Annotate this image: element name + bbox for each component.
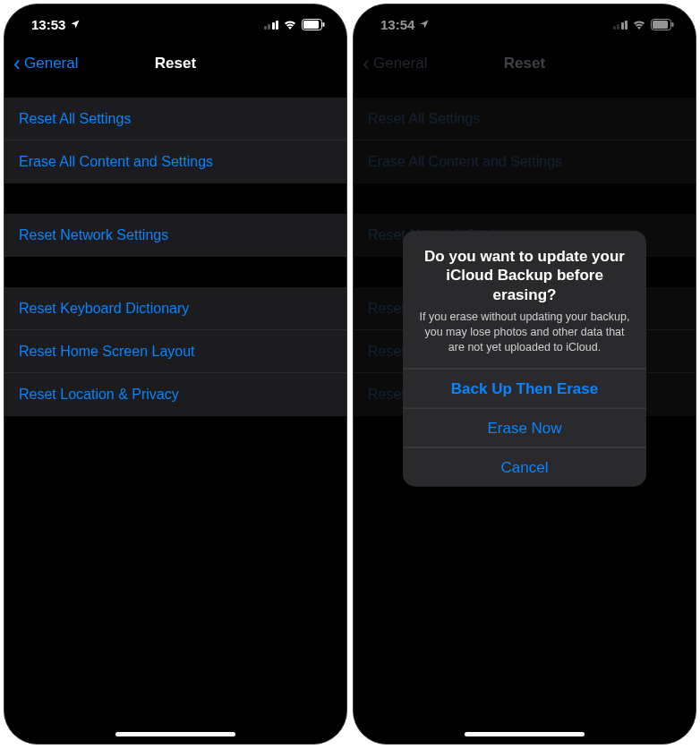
chevron-left-icon: ‹ <box>363 53 370 74</box>
nav-title: Reset <box>504 55 545 72</box>
reset-keyboard-dictionary[interactable]: Reset Keyboard Dictionary <box>4 287 346 330</box>
battery-icon <box>302 19 325 30</box>
status-time: 13:53 <box>31 17 65 32</box>
wifi-icon <box>283 19 297 30</box>
status-bar: 13:53 <box>4 4 346 44</box>
nav-bar: ‹ General Reset <box>4 44 346 83</box>
location-icon <box>419 19 430 30</box>
status-left: 13:53 <box>31 17 81 32</box>
reset-home-screen-layout[interactable]: Reset Home Screen Layout <box>4 330 346 373</box>
settings-group: Reset Keyboard Dictionary Reset Home Scr… <box>4 287 346 416</box>
reset-location-privacy[interactable]: Reset Location & Privacy <box>4 373 346 416</box>
nav-title: Reset <box>155 55 196 72</box>
alert-message: If you erase without updating your backu… <box>417 309 632 354</box>
settings-group: Reset All Settings Erase All Content and… <box>354 98 696 183</box>
nav-bar: ‹ General Reset <box>354 44 696 83</box>
erase-now-button[interactable]: Erase Now <box>403 408 646 447</box>
back-button[interactable]: ‹ General <box>13 53 78 74</box>
home-indicator[interactable] <box>465 732 585 736</box>
svg-rect-4 <box>653 21 668 29</box>
reset-all-settings[interactable]: Reset All Settings <box>4 98 346 140</box>
back-label: General <box>373 55 427 72</box>
content: Reset All Settings Erase All Content and… <box>4 83 346 416</box>
erase-all-content[interactable]: Erase All Content and Settings <box>4 140 346 183</box>
cellular-icon <box>264 20 279 30</box>
phone-left: 13:53 ‹ General Reset Reset All Settings… <box>4 4 347 745</box>
status-right <box>613 19 675 30</box>
reset-network-settings[interactable]: Reset Network Settings <box>4 214 346 257</box>
settings-group: Reset Network Settings <box>4 214 346 257</box>
status-time: 13:54 <box>380 17 414 32</box>
reset-all-settings: Reset All Settings <box>354 98 696 140</box>
cellular-icon <box>613 20 628 30</box>
phone-right: 13:54 ‹ General Reset Reset All Settings… <box>353 4 696 745</box>
back-label: General <box>24 55 78 72</box>
cancel-button[interactable]: Cancel <box>403 447 646 487</box>
battery-icon <box>651 19 674 30</box>
wifi-icon <box>632 19 646 30</box>
back-button: ‹ General <box>363 53 427 74</box>
alert-title: Do you want to update your iCloud Backup… <box>417 247 632 304</box>
svg-rect-1 <box>303 21 319 29</box>
erase-all-content: Erase All Content and Settings <box>354 140 696 183</box>
home-indicator[interactable] <box>115 732 235 736</box>
backup-then-erase-button[interactable]: Back Up Then Erase <box>403 369 646 408</box>
settings-group: Reset All Settings Erase All Content and… <box>4 98 346 183</box>
svg-rect-2 <box>323 22 325 27</box>
status-left: 13:54 <box>380 17 430 32</box>
location-icon <box>70 19 81 30</box>
svg-rect-5 <box>672 22 674 27</box>
status-bar: 13:54 <box>354 4 696 44</box>
backup-alert: Do you want to update your iCloud Backup… <box>403 231 646 487</box>
status-right <box>264 19 326 30</box>
alert-body: Do you want to update your iCloud Backup… <box>403 231 646 369</box>
chevron-left-icon: ‹ <box>13 53 21 74</box>
